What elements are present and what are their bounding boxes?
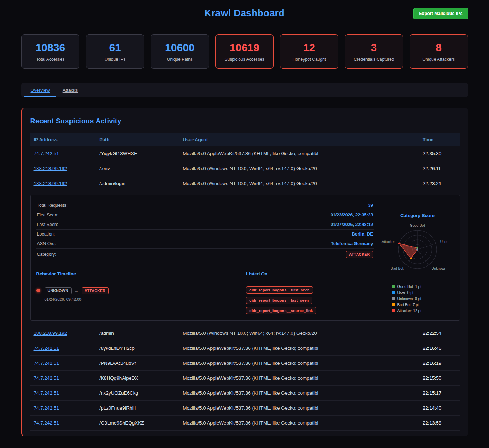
detail-field-first-seen: First Seen: 01/23/2026, 22:35:23 xyxy=(36,210,374,220)
category-attacker-badge: ATTACKER xyxy=(346,251,373,258)
tab-attacks[interactable]: Attacks xyxy=(56,83,84,97)
time-cell: 22:15:17 xyxy=(419,386,460,401)
stat-value: 3 xyxy=(348,42,400,54)
stat-label: Unique Paths xyxy=(154,57,206,62)
suspicious-activity-row[interactable]: 74.7.242.51/nx2yUOZuE6CkgMozilla/5.0 App… xyxy=(30,386,460,401)
svg-text:User: User xyxy=(440,240,448,244)
ip-address-link[interactable]: 188.218.99.192 xyxy=(34,166,67,171)
path-cell: /pLz0Fnua9fRhH xyxy=(96,401,179,416)
path-cell: /.env xyxy=(96,161,179,176)
suspicious-activity-row[interactable]: 74.7.242.51/PN9LvAcJ4uoVfMozilla/5.0 App… xyxy=(30,356,460,371)
stat-card-unique-ips: 61Unique IPs xyxy=(86,34,144,69)
suspicious-activity-row[interactable]: 74.7.242.51/YiqykGI13WHXEMozilla/5.0 App… xyxy=(30,146,460,161)
detail-field-asn-org: ASN Org: Telefonica Germany xyxy=(36,239,374,249)
time-cell: 22:23:21 xyxy=(419,176,460,191)
user-agent-cell: Mozilla/5.0 (Windows NT 10.0; Win64; x64… xyxy=(179,326,419,341)
stat-card-suspicious-accesses: 10619Suspicious Accesses xyxy=(215,34,274,69)
legend-item: Good Bot: 1 pt xyxy=(392,284,454,289)
stats-row: 10836Total Accesses61Unique IPs10600Uniq… xyxy=(21,34,468,69)
export-malicious-ips-button[interactable]: Export Malicious IPs xyxy=(413,8,468,19)
legend-item: User: 0 pt xyxy=(392,290,454,295)
legend-label: Unknown: 0 pt xyxy=(397,296,421,301)
legend-item: Bad Bot: 7 pt xyxy=(392,302,454,307)
ip-address-link[interactable]: 74.7.242.51 xyxy=(34,346,59,351)
time-cell: 22:22:54 xyxy=(419,326,460,341)
ip-detail-panel: Total Requests: 39 First Seen: 01/23/202… xyxy=(30,195,460,321)
page-header: Krawl Dashboard Export Malicious IPs xyxy=(21,8,468,26)
legend-label: User: 0 pt xyxy=(397,290,414,295)
time-cell: 22:13:58 xyxy=(419,416,460,431)
suspicious-activity-row[interactable]: 188.218.99.192/.envMozilla/5.0 (Windows … xyxy=(30,161,460,176)
listed-on-badge[interactable]: cidr_report_bogons__first_seen xyxy=(246,286,313,294)
path-cell: /admin xyxy=(96,326,179,341)
timeline-date: 01/24/2026, 09:42:00 xyxy=(45,297,109,301)
stat-card-unique-attackers: 8Unique Attackers xyxy=(410,34,468,69)
suspicious-activity-row[interactable]: 188.218.99.192/admin/loginMozilla/5.0 (W… xyxy=(30,176,460,191)
legend-item: Unknown: 0 pt xyxy=(392,296,454,301)
category-score-radar-chart: Good BotUserUnknownBad BotAttacker xyxy=(381,220,454,280)
timeline-from-badge: UNKNOWN xyxy=(45,287,72,294)
stat-card-total-accesses: 10836Total Accesses xyxy=(21,34,80,69)
ip-address-link[interactable]: 74.7.242.51 xyxy=(34,420,59,426)
stat-value: 8 xyxy=(413,42,465,54)
arrow-right-icon: → xyxy=(74,288,79,293)
column-header-time: Time xyxy=(419,133,460,146)
suspicious-activity-row[interactable]: 74.7.242.51/8ykdLnDYTi2cpMozilla/5.0 App… xyxy=(30,341,460,356)
timeline-to-badge: ATTACKER xyxy=(82,287,109,294)
category-score-section: Category Score Good BotUserUnknownBad Bo… xyxy=(381,201,454,315)
ip-address-link[interactable]: 188.218.99.192 xyxy=(34,181,67,186)
listed-on-badge[interactable]: cidr_report_bogons__source_link xyxy=(246,307,316,314)
suspicious-activity-row[interactable]: 188.218.99.192/adminMozilla/5.0 (Windows… xyxy=(30,326,460,341)
ip-address-link[interactable]: 74.7.242.51 xyxy=(34,151,59,156)
tab-bar: Overview Attacks xyxy=(21,83,468,97)
legend-item: Attacker: 12 pt xyxy=(392,309,454,313)
column-header-ip: IP Address xyxy=(30,133,96,146)
recent-suspicious-activity-panel: Recent Suspicious Activity IP Address Pa… xyxy=(21,108,468,436)
ip-address-link[interactable]: 188.218.99.192 xyxy=(34,331,67,336)
user-agent-cell: Mozilla/5.0 (Windows NT 10.0; Win64; x64… xyxy=(179,161,419,176)
suspicious-activity-row[interactable]: 74.7.242.51/K8HQq9hAipeDXMozilla/5.0 App… xyxy=(30,371,460,386)
stat-value: 10600 xyxy=(154,42,206,54)
ip-detail-fields: Total Requests: 39 First Seen: 01/23/202… xyxy=(36,201,374,315)
time-cell: 22:16:19 xyxy=(419,356,460,371)
stat-label: Unique IPs xyxy=(89,57,141,62)
ip-address-link[interactable]: 74.7.242.51 xyxy=(34,390,59,396)
behavior-timeline-section: Behavior Timeline UNKNOWN → AT xyxy=(36,271,234,314)
listed-on-section: Listed On cidr_report_bogons__first_seen… xyxy=(246,271,374,314)
timeline-dot-icon xyxy=(36,289,40,292)
ip-address-link[interactable]: 74.7.242.51 xyxy=(34,360,59,366)
stat-label: Honeypot Caught xyxy=(283,57,335,62)
listed-on-badges: cidr_report_bogons__first_seencidr_repor… xyxy=(246,286,374,314)
listed-on-badge[interactable]: cidr_report_bogons__last_seen xyxy=(246,297,312,304)
suspicious-activity-row[interactable]: 74.7.242.51/pLz0Fnua9fRhHMozilla/5.0 App… xyxy=(30,401,460,416)
legend-swatch-icon xyxy=(392,285,395,288)
svg-text:Good Bot: Good Bot xyxy=(410,223,425,227)
user-agent-cell: Mozilla/5.0 AppleWebKit/537.36 (KHTML, l… xyxy=(179,371,419,386)
detail-field-category: Category: ATTACKER xyxy=(36,249,374,260)
stat-card-honeypot-caught: 12Honeypot Caught xyxy=(280,34,338,69)
legend-swatch-icon xyxy=(392,291,395,294)
legend-swatch-icon xyxy=(392,303,395,306)
column-header-user-agent: User-Agent xyxy=(179,133,419,146)
ip-address-link[interactable]: 74.7.242.51 xyxy=(34,375,59,381)
user-agent-cell: Mozilla/5.0 AppleWebKit/537.36 (KHTML, l… xyxy=(179,341,419,356)
path-cell: /nx2yUOZuE6Ckg xyxy=(96,386,179,401)
timeline-item: UNKNOWN → ATTACKER 01/24/2026, 09:42:00 xyxy=(36,287,234,301)
user-agent-cell: Mozilla/5.0 (Windows NT 10.0; Win64; x64… xyxy=(179,176,419,191)
column-header-path: Path xyxy=(96,133,179,146)
legend-swatch-icon xyxy=(392,297,395,300)
stat-card-credentials-captured: 3Credentials Captured xyxy=(345,34,403,69)
page-title: Krawl Dashboard xyxy=(21,8,468,19)
detail-field-location: Location: Berlin, DE xyxy=(36,230,374,239)
legend-swatch-icon xyxy=(392,309,395,312)
listed-on-title: Listed On xyxy=(246,271,374,280)
ip-address-link[interactable]: 74.7.242.51 xyxy=(34,405,59,411)
path-cell: /K8HQq9hAipeDX xyxy=(96,371,179,386)
stat-label: Total Accesses xyxy=(25,57,77,62)
tab-overview[interactable]: Overview xyxy=(24,83,56,97)
stat-value: 61 xyxy=(89,42,141,54)
path-cell: /8ykdLnDYTi2cp xyxy=(96,341,179,356)
panel-title: Recent Suspicious Activity xyxy=(30,117,460,125)
time-cell: 22:15:50 xyxy=(419,371,460,386)
suspicious-activity-row[interactable]: 74.7.242.51/G3Lme9ShEQgXKZMozilla/5.0 Ap… xyxy=(30,416,460,431)
